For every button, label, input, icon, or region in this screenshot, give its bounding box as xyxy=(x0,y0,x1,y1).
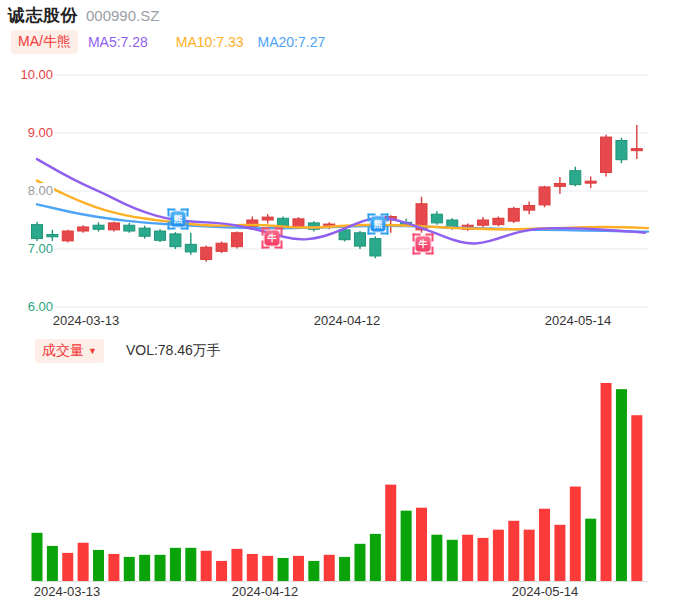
candle-body xyxy=(554,183,565,186)
price-date-axis: 2024-03-132024-04-122024-05-14 xyxy=(0,313,686,331)
candle-body xyxy=(478,220,489,225)
candle-body xyxy=(524,206,535,211)
candle-body xyxy=(47,235,58,237)
candlestick-chart xyxy=(0,56,686,312)
bear-signal-badge: 熊 xyxy=(168,209,189,230)
volume-bar xyxy=(32,533,43,581)
date-tick: 2024-04-12 xyxy=(314,313,381,328)
candle-body xyxy=(201,247,212,259)
candle-body xyxy=(616,141,627,160)
volume-bar xyxy=(524,530,535,581)
volume-bar xyxy=(539,509,550,581)
candle-body xyxy=(570,171,581,185)
candle-body xyxy=(155,231,166,240)
volume-bar xyxy=(62,553,73,581)
candle-body xyxy=(124,225,135,231)
bull-signal-badge: 牛 xyxy=(413,234,434,255)
volume-bar xyxy=(585,519,596,581)
volume-bar xyxy=(385,485,396,581)
stock-header: 诚志股份 000990.SZ xyxy=(8,4,159,30)
date-tick: 2024-03-13 xyxy=(53,313,120,328)
volume-bar xyxy=(47,546,58,581)
volume-bar xyxy=(631,415,642,581)
candle-body xyxy=(370,239,381,256)
candle-body xyxy=(601,137,612,172)
volume-tab-label: 成交量 xyxy=(42,342,84,360)
bull-signal-badge: 牛 xyxy=(262,228,283,249)
volume-bar xyxy=(601,383,612,581)
volume-bar xyxy=(324,555,335,581)
volume-header: 成交量 ▼ VOL:78.46万手 xyxy=(35,339,221,363)
tab-ma-bullbear[interactable]: MA/牛熊 xyxy=(11,30,78,54)
candle-body xyxy=(585,181,596,183)
volume-bar xyxy=(616,389,627,581)
candle-body xyxy=(539,187,550,205)
volume-bar xyxy=(170,548,181,581)
dropdown-caret-icon: ▼ xyxy=(88,346,97,356)
volume-bar xyxy=(354,544,365,581)
volume-bar xyxy=(124,557,135,581)
signal-glyph: 牛 xyxy=(416,237,431,252)
signal-glyph: 熊 xyxy=(171,212,186,227)
volume-bar xyxy=(447,540,458,581)
volume-bar xyxy=(247,554,258,581)
bear-signal-badge: 熊 xyxy=(368,214,389,235)
volume-bar xyxy=(493,530,504,581)
candle-body xyxy=(354,233,365,246)
candle-body xyxy=(216,243,227,251)
volume-bar xyxy=(108,554,119,581)
candle-body xyxy=(631,149,642,151)
candle-body xyxy=(139,228,150,236)
volume-bar xyxy=(462,535,473,581)
price-chart-pane[interactable]: 10.009.008.007.006.00熊牛熊牛 xyxy=(0,56,686,312)
volume-bar xyxy=(554,525,565,581)
ma5-value: MA5:7.28 xyxy=(88,34,148,50)
candle-body xyxy=(93,225,104,229)
volume-bar xyxy=(139,555,150,581)
volume-bar xyxy=(201,551,212,581)
stock-code: 000990.SZ xyxy=(86,7,159,24)
volume-bar xyxy=(339,557,350,581)
volume-bar xyxy=(93,550,104,581)
candle-body xyxy=(231,233,242,247)
volume-chart-pane[interactable] xyxy=(0,376,686,582)
volume-bar xyxy=(508,521,519,581)
volume-bar xyxy=(216,561,227,581)
volume-bar xyxy=(78,543,89,581)
date-tick: 2024-05-14 xyxy=(545,313,612,328)
date-tick: 2024-05-14 xyxy=(512,584,579,599)
candle-body xyxy=(185,244,196,252)
volume-bar xyxy=(370,534,381,581)
date-tick: 2024-04-12 xyxy=(232,584,299,599)
volume-bar xyxy=(262,556,273,581)
candle-body xyxy=(78,227,89,231)
tab-volume[interactable]: 成交量 ▼ xyxy=(35,339,104,363)
volume-bar xyxy=(278,558,289,581)
candle-body xyxy=(508,208,519,221)
volume-bar xyxy=(231,549,242,581)
ma10-value: MA10:7.33 xyxy=(176,34,244,50)
price-axis-label: 9.00 xyxy=(2,125,54,141)
candle-body xyxy=(293,219,304,227)
stock-title: 诚志股份 xyxy=(8,4,78,27)
volume-bar xyxy=(570,487,581,581)
candle-body xyxy=(62,231,73,241)
volume-bar xyxy=(401,511,412,581)
volume-bar xyxy=(155,555,166,581)
candle-body xyxy=(170,234,181,247)
volume-bar xyxy=(431,535,442,581)
volume-chart xyxy=(0,376,686,582)
candle-body xyxy=(262,217,273,220)
price-axis-label: 8.00 xyxy=(2,183,54,199)
price-axis-label: 10.00 xyxy=(2,67,54,83)
signal-glyph: 牛 xyxy=(265,231,280,246)
volume-bar xyxy=(293,556,304,581)
signal-glyph: 熊 xyxy=(371,217,386,232)
candle-body xyxy=(493,218,504,224)
volume-value: VOL:78.46万手 xyxy=(126,342,221,360)
volume-bar xyxy=(308,561,319,581)
volume-bar xyxy=(478,538,489,581)
ma20-value: MA20:7.27 xyxy=(258,34,326,50)
date-tick: 2024-03-13 xyxy=(34,584,101,599)
candle-body xyxy=(108,223,119,230)
